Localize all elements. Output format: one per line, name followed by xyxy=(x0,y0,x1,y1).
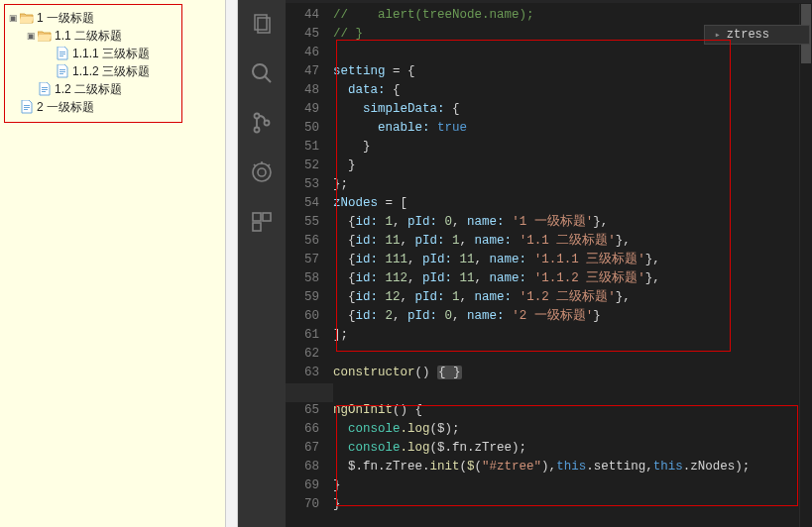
activity-bar xyxy=(238,0,286,527)
breadcrumb[interactable]: ▸ ztress xyxy=(704,25,810,45)
debug-icon[interactable] xyxy=(248,158,276,186)
extensions-icon[interactable] xyxy=(248,208,276,236)
svg-rect-26 xyxy=(253,223,261,231)
tree-label: 1.2 二级标题 xyxy=(55,80,122,98)
svg-rect-2 xyxy=(59,55,63,56)
svg-point-20 xyxy=(258,168,266,176)
tree-label: 1 一级标题 xyxy=(37,9,94,27)
code-editor: 4445464748495051525354555657585960616263… xyxy=(238,0,812,527)
file-icon xyxy=(55,46,70,61)
git-icon[interactable] xyxy=(248,109,276,137)
svg-point-17 xyxy=(255,128,260,133)
svg-rect-25 xyxy=(263,213,271,221)
svg-rect-10 xyxy=(24,107,30,108)
breadcrumb-label: ztress xyxy=(727,28,769,42)
svg-line-22 xyxy=(254,164,256,166)
tree-label: 1.1.2 三级标题 xyxy=(72,62,150,80)
svg-rect-6 xyxy=(42,87,48,88)
code-content[interactable]: // alert(treeNode.name);// } setting = {… xyxy=(333,4,812,527)
svg-rect-9 xyxy=(24,105,30,106)
svg-line-15 xyxy=(265,76,271,82)
file-icon xyxy=(19,99,35,115)
file-icon xyxy=(37,81,53,97)
tree-label: 2 一级标题 xyxy=(37,98,94,116)
svg-rect-11 xyxy=(24,109,28,110)
svg-rect-24 xyxy=(253,213,261,221)
folder-open-icon xyxy=(19,10,35,26)
svg-rect-3 xyxy=(59,69,65,70)
line-numbers: 4445464748495051525354555657585960616263… xyxy=(286,4,333,527)
tree-node[interactable]: 2 一级标题 xyxy=(7,98,179,116)
tree-panel: ▣ 1 一级标题 ▣ 1.1 二级标题 1.1.1 三级标题 1.1 xyxy=(0,0,226,527)
collapse-icon[interactable]: ▣ xyxy=(25,27,37,45)
svg-rect-8 xyxy=(42,91,46,92)
tree-node[interactable]: 1.1.1 三级标题 xyxy=(7,45,179,62)
search-icon[interactable] xyxy=(248,59,276,87)
svg-rect-7 xyxy=(42,89,48,90)
tree-label: 1.1 二级标题 xyxy=(55,27,122,45)
svg-point-14 xyxy=(253,64,267,78)
svg-rect-4 xyxy=(59,71,65,72)
svg-line-23 xyxy=(268,164,270,166)
collapse-icon[interactable]: ▣ xyxy=(7,9,19,27)
code-area: 4445464748495051525354555657585960616263… xyxy=(286,0,812,527)
files-icon[interactable] xyxy=(248,10,276,38)
svg-point-18 xyxy=(265,121,270,126)
tree-node[interactable]: 1.2 二级标题 xyxy=(7,80,179,98)
tree-label: 1.1.1 三级标题 xyxy=(72,45,150,62)
tree-node[interactable]: ▣ 1.1 二级标题 xyxy=(7,27,179,45)
svg-rect-1 xyxy=(59,53,65,54)
svg-rect-0 xyxy=(59,52,65,53)
code-body[interactable]: 4445464748495051525354555657585960616263… xyxy=(286,4,812,527)
panel-divider[interactable] xyxy=(226,0,238,527)
folder-open-icon xyxy=(37,28,53,44)
tree-node[interactable]: ▣ 1 一级标题 xyxy=(7,9,179,27)
tree-container: ▣ 1 一级标题 ▣ 1.1 二级标题 1.1.1 三级标题 1.1 xyxy=(4,4,182,123)
svg-rect-5 xyxy=(59,73,63,74)
scrollbar[interactable] xyxy=(799,4,812,527)
file-icon xyxy=(55,63,70,79)
chevron-right-icon: ▸ xyxy=(715,29,721,41)
svg-point-16 xyxy=(255,114,260,119)
tree-node[interactable]: 1.1.2 三级标题 xyxy=(7,62,179,80)
